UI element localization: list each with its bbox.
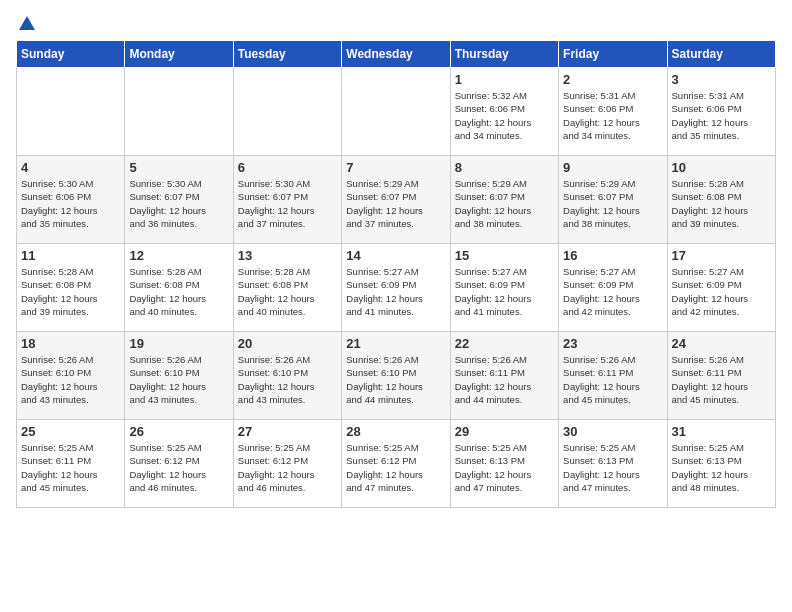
calendar-cell: 21Sunrise: 5:26 AM Sunset: 6:10 PM Dayli… bbox=[342, 332, 450, 420]
day-info: Sunrise: 5:25 AM Sunset: 6:13 PM Dayligh… bbox=[563, 441, 662, 494]
day-info: Sunrise: 5:25 AM Sunset: 6:13 PM Dayligh… bbox=[455, 441, 554, 494]
calendar-cell: 22Sunrise: 5:26 AM Sunset: 6:11 PM Dayli… bbox=[450, 332, 558, 420]
day-number: 12 bbox=[129, 248, 228, 263]
day-number: 16 bbox=[563, 248, 662, 263]
day-header-sunday: Sunday bbox=[17, 41, 125, 68]
calendar-cell: 7Sunrise: 5:29 AM Sunset: 6:07 PM Daylig… bbox=[342, 156, 450, 244]
day-info: Sunrise: 5:31 AM Sunset: 6:06 PM Dayligh… bbox=[563, 89, 662, 142]
calendar-cell: 13Sunrise: 5:28 AM Sunset: 6:08 PM Dayli… bbox=[233, 244, 341, 332]
calendar-cell: 27Sunrise: 5:25 AM Sunset: 6:12 PM Dayli… bbox=[233, 420, 341, 508]
calendar-cell: 15Sunrise: 5:27 AM Sunset: 6:09 PM Dayli… bbox=[450, 244, 558, 332]
day-number: 1 bbox=[455, 72, 554, 87]
day-number: 18 bbox=[21, 336, 120, 351]
calendar-cell: 11Sunrise: 5:28 AM Sunset: 6:08 PM Dayli… bbox=[17, 244, 125, 332]
day-header-wednesday: Wednesday bbox=[342, 41, 450, 68]
logo bbox=[16, 16, 35, 28]
day-info: Sunrise: 5:25 AM Sunset: 6:11 PM Dayligh… bbox=[21, 441, 120, 494]
calendar-cell: 3Sunrise: 5:31 AM Sunset: 6:06 PM Daylig… bbox=[667, 68, 775, 156]
day-number: 13 bbox=[238, 248, 337, 263]
day-info: Sunrise: 5:26 AM Sunset: 6:10 PM Dayligh… bbox=[346, 353, 445, 406]
calendar-cell: 10Sunrise: 5:28 AM Sunset: 6:08 PM Dayli… bbox=[667, 156, 775, 244]
calendar-cell: 18Sunrise: 5:26 AM Sunset: 6:10 PM Dayli… bbox=[17, 332, 125, 420]
day-info: Sunrise: 5:30 AM Sunset: 6:07 PM Dayligh… bbox=[129, 177, 228, 230]
calendar-cell: 14Sunrise: 5:27 AM Sunset: 6:09 PM Dayli… bbox=[342, 244, 450, 332]
day-info: Sunrise: 5:27 AM Sunset: 6:09 PM Dayligh… bbox=[455, 265, 554, 318]
day-number: 4 bbox=[21, 160, 120, 175]
calendar-cell: 25Sunrise: 5:25 AM Sunset: 6:11 PM Dayli… bbox=[17, 420, 125, 508]
calendar-cell: 28Sunrise: 5:25 AM Sunset: 6:12 PM Dayli… bbox=[342, 420, 450, 508]
calendar-cell: 30Sunrise: 5:25 AM Sunset: 6:13 PM Dayli… bbox=[559, 420, 667, 508]
calendar-cell: 4Sunrise: 5:30 AM Sunset: 6:06 PM Daylig… bbox=[17, 156, 125, 244]
day-number: 2 bbox=[563, 72, 662, 87]
calendar-cell bbox=[233, 68, 341, 156]
day-header-thursday: Thursday bbox=[450, 41, 558, 68]
day-info: Sunrise: 5:29 AM Sunset: 6:07 PM Dayligh… bbox=[346, 177, 445, 230]
day-number: 22 bbox=[455, 336, 554, 351]
calendar-cell: 29Sunrise: 5:25 AM Sunset: 6:13 PM Dayli… bbox=[450, 420, 558, 508]
day-header-monday: Monday bbox=[125, 41, 233, 68]
calendar-cell: 20Sunrise: 5:26 AM Sunset: 6:10 PM Dayli… bbox=[233, 332, 341, 420]
page-header bbox=[16, 16, 776, 28]
calendar-cell: 16Sunrise: 5:27 AM Sunset: 6:09 PM Dayli… bbox=[559, 244, 667, 332]
day-number: 20 bbox=[238, 336, 337, 351]
day-number: 19 bbox=[129, 336, 228, 351]
calendar-cell: 31Sunrise: 5:25 AM Sunset: 6:13 PM Dayli… bbox=[667, 420, 775, 508]
day-number: 31 bbox=[672, 424, 771, 439]
day-info: Sunrise: 5:25 AM Sunset: 6:13 PM Dayligh… bbox=[672, 441, 771, 494]
calendar-cell bbox=[125, 68, 233, 156]
day-number: 7 bbox=[346, 160, 445, 175]
day-number: 25 bbox=[21, 424, 120, 439]
day-info: Sunrise: 5:26 AM Sunset: 6:10 PM Dayligh… bbox=[21, 353, 120, 406]
day-info: Sunrise: 5:32 AM Sunset: 6:06 PM Dayligh… bbox=[455, 89, 554, 142]
calendar-table: SundayMondayTuesdayWednesdayThursdayFrid… bbox=[16, 40, 776, 508]
calendar-cell bbox=[342, 68, 450, 156]
day-header-saturday: Saturday bbox=[667, 41, 775, 68]
day-info: Sunrise: 5:30 AM Sunset: 6:07 PM Dayligh… bbox=[238, 177, 337, 230]
day-number: 9 bbox=[563, 160, 662, 175]
day-number: 11 bbox=[21, 248, 120, 263]
day-info: Sunrise: 5:25 AM Sunset: 6:12 PM Dayligh… bbox=[129, 441, 228, 494]
day-number: 3 bbox=[672, 72, 771, 87]
day-info: Sunrise: 5:28 AM Sunset: 6:08 PM Dayligh… bbox=[238, 265, 337, 318]
day-number: 6 bbox=[238, 160, 337, 175]
calendar-cell: 9Sunrise: 5:29 AM Sunset: 6:07 PM Daylig… bbox=[559, 156, 667, 244]
calendar-cell: 8Sunrise: 5:29 AM Sunset: 6:07 PM Daylig… bbox=[450, 156, 558, 244]
calendar-cell: 23Sunrise: 5:26 AM Sunset: 6:11 PM Dayli… bbox=[559, 332, 667, 420]
logo-icon bbox=[19, 16, 35, 30]
day-number: 30 bbox=[563, 424, 662, 439]
calendar-cell: 17Sunrise: 5:27 AM Sunset: 6:09 PM Dayli… bbox=[667, 244, 775, 332]
day-header-tuesday: Tuesday bbox=[233, 41, 341, 68]
day-info: Sunrise: 5:26 AM Sunset: 6:10 PM Dayligh… bbox=[238, 353, 337, 406]
calendar-cell: 2Sunrise: 5:31 AM Sunset: 6:06 PM Daylig… bbox=[559, 68, 667, 156]
day-info: Sunrise: 5:30 AM Sunset: 6:06 PM Dayligh… bbox=[21, 177, 120, 230]
day-info: Sunrise: 5:29 AM Sunset: 6:07 PM Dayligh… bbox=[563, 177, 662, 230]
day-number: 14 bbox=[346, 248, 445, 263]
day-number: 10 bbox=[672, 160, 771, 175]
day-info: Sunrise: 5:29 AM Sunset: 6:07 PM Dayligh… bbox=[455, 177, 554, 230]
day-info: Sunrise: 5:26 AM Sunset: 6:11 PM Dayligh… bbox=[672, 353, 771, 406]
day-number: 23 bbox=[563, 336, 662, 351]
day-number: 21 bbox=[346, 336, 445, 351]
day-info: Sunrise: 5:28 AM Sunset: 6:08 PM Dayligh… bbox=[21, 265, 120, 318]
day-number: 17 bbox=[672, 248, 771, 263]
day-number: 5 bbox=[129, 160, 228, 175]
calendar-cell: 5Sunrise: 5:30 AM Sunset: 6:07 PM Daylig… bbox=[125, 156, 233, 244]
day-info: Sunrise: 5:26 AM Sunset: 6:11 PM Dayligh… bbox=[563, 353, 662, 406]
day-info: Sunrise: 5:26 AM Sunset: 6:10 PM Dayligh… bbox=[129, 353, 228, 406]
day-number: 27 bbox=[238, 424, 337, 439]
day-number: 28 bbox=[346, 424, 445, 439]
calendar-cell: 24Sunrise: 5:26 AM Sunset: 6:11 PM Dayli… bbox=[667, 332, 775, 420]
calendar-cell: 12Sunrise: 5:28 AM Sunset: 6:08 PM Dayli… bbox=[125, 244, 233, 332]
day-info: Sunrise: 5:31 AM Sunset: 6:06 PM Dayligh… bbox=[672, 89, 771, 142]
day-info: Sunrise: 5:28 AM Sunset: 6:08 PM Dayligh… bbox=[129, 265, 228, 318]
day-number: 8 bbox=[455, 160, 554, 175]
day-number: 24 bbox=[672, 336, 771, 351]
calendar-cell: 19Sunrise: 5:26 AM Sunset: 6:10 PM Dayli… bbox=[125, 332, 233, 420]
day-info: Sunrise: 5:27 AM Sunset: 6:09 PM Dayligh… bbox=[563, 265, 662, 318]
day-number: 29 bbox=[455, 424, 554, 439]
day-info: Sunrise: 5:26 AM Sunset: 6:11 PM Dayligh… bbox=[455, 353, 554, 406]
day-number: 15 bbox=[455, 248, 554, 263]
day-info: Sunrise: 5:25 AM Sunset: 6:12 PM Dayligh… bbox=[346, 441, 445, 494]
calendar-cell: 1Sunrise: 5:32 AM Sunset: 6:06 PM Daylig… bbox=[450, 68, 558, 156]
calendar-cell: 26Sunrise: 5:25 AM Sunset: 6:12 PM Dayli… bbox=[125, 420, 233, 508]
